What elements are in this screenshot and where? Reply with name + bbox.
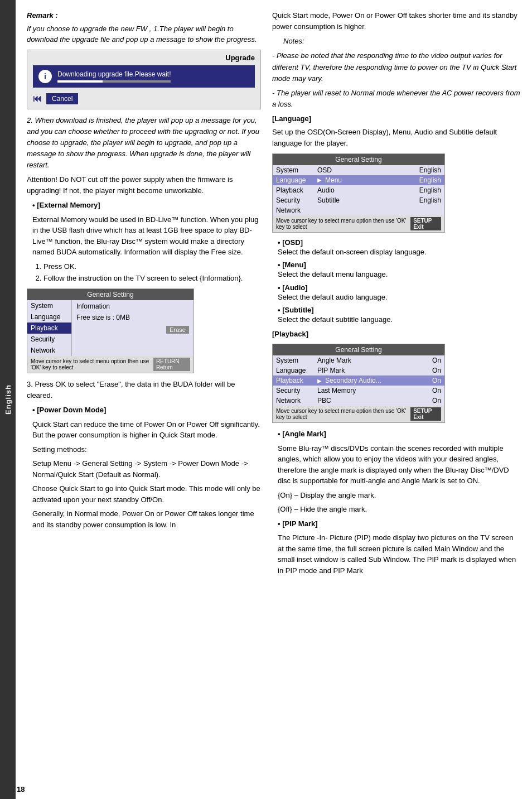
right-column: Quick Start mode, Power On or Power Off … <box>272 10 521 579</box>
info-footer-text: Move cursor key to select menu option th… <box>31 358 153 370</box>
lang-footer-text: Move cursor key to select menu option th… <box>276 218 410 230</box>
attention-text: Attention! Do NOT cut off the power supp… <box>27 174 261 196</box>
pb-row-playback: Playback ▶ Secondary Audio... On <box>273 376 444 386</box>
upgrade-header: Upgrade <box>33 54 255 62</box>
pb-val-system: On <box>381 357 441 364</box>
pb-label-playback: Playback <box>276 377 315 384</box>
language-header: [Language] <box>272 113 521 124</box>
upgrade-body-text: Downloading upgrade file.Please wait! <box>57 70 171 83</box>
info-table: General Setting System Language Playback… <box>27 288 194 373</box>
external-memory-section: • [External Memory] External Memory woul… <box>32 200 261 284</box>
power-down-section: • [Power Down Mode] Quick Start can redu… <box>32 405 261 530</box>
playback-table-footer: Move cursor key to select menu option th… <box>273 406 444 422</box>
audio-header: • [Audio] <box>278 283 308 292</box>
lang-label-network: Network <box>276 206 315 214</box>
lang-label-system: System <box>276 166 315 174</box>
pb-label-security: Security <box>276 387 315 394</box>
pb-sub-angle: Angle Mark <box>317 357 379 364</box>
lang-row-playback: Playback Audio English <box>273 185 444 195</box>
lang-label-playback: Playback <box>276 186 315 194</box>
menu-text: Select the default menu language. <box>278 269 521 280</box>
setting-methods-label: Setting methods: <box>32 444 261 455</box>
power-down-header: • [Power Down Mode] <box>32 405 261 416</box>
pb-row-system: System Angle Mark On <box>273 355 444 365</box>
info-menu-network: Network <box>27 345 71 356</box>
lang-val-playback: English <box>381 186 441 194</box>
step-2: Follow the instruction on the TV screen … <box>43 273 261 284</box>
info-footer-btn[interactable]: RETURN Return <box>153 358 190 371</box>
pb-val-language: On <box>381 367 441 374</box>
pb-val-security: On <box>381 387 441 394</box>
pb-val-playback: On <box>389 377 441 384</box>
remark-text: If you choose to upgrade the new FW , 1.… <box>27 23 261 45</box>
pb-label-language: Language <box>276 367 315 374</box>
osd-header: • [OSD] <box>278 238 303 247</box>
steps-list: Press OK. Follow the instruction on the … <box>43 261 261 284</box>
step-1: Press OK. <box>43 261 261 272</box>
lang-row-network: Network <box>273 205 444 215</box>
external-memory-header: • [External Memory] <box>32 200 261 211</box>
left-column: Remark : If you choose to upgrade the ne… <box>27 10 261 579</box>
pb-sub-pip: PIP Mark <box>317 367 379 374</box>
language-table-body: System OSD English Language ▶ Menu Engli… <box>273 165 444 215</box>
upgrade-box: Upgrade i Downloading upgrade file.Pleas… <box>27 50 261 109</box>
setting-methods-text: Setup Menu -> General Setting -> System … <box>32 458 261 480</box>
playback-table-header: General Setting <box>273 344 444 355</box>
osd-section: • [OSD] Select the default on-screen dis… <box>278 238 521 258</box>
info-menu-system: System <box>27 300 71 311</box>
lang-val-system: English <box>381 166 441 174</box>
info-menu-security: Security <box>27 334 71 345</box>
pb-label-network: Network <box>276 397 315 405</box>
lang-row-system: System OSD English <box>273 165 444 175</box>
info-content-label: Information <box>76 302 189 310</box>
language-table-header: General Setting <box>273 154 444 165</box>
lang-row-language: Language ▶ Menu English <box>273 175 444 185</box>
playback-table-body: System Angle Mark On Language PIP Mark O… <box>273 355 444 406</box>
step3-text: 3. Press OK to select "Erase", the data … <box>27 379 261 401</box>
erase-button[interactable]: Erase <box>166 326 189 334</box>
lang-footer-btn[interactable]: SETUP Exit <box>410 217 441 230</box>
page-number: 18 <box>17 785 25 793</box>
subtitle-section: • [Subtitle] Select the default subtitle… <box>278 306 521 325</box>
playback-table: General Setting System Angle Mark On Lan… <box>272 344 445 423</box>
pb-sub-last: Last Memory <box>317 387 379 394</box>
notes-text1: - Please be noted that the responding ti… <box>272 50 521 84</box>
angle-on: {On} – Display the angle mark. <box>278 490 521 501</box>
language-intro: Set up the OSD(On-Screen Display), Menu,… <box>272 127 521 149</box>
info-icon: i <box>38 70 52 83</box>
angle-off: {Off} – Hide the angle mark. <box>278 504 521 515</box>
pb-footer-text: Move cursor key to select menu option th… <box>276 408 410 420</box>
pb-row-language: Language PIP Mark On <box>273 365 444 376</box>
info-table-header: General Setting <box>27 289 194 300</box>
menu-header: • [Menu] <box>278 261 306 269</box>
lang-label-security: Security <box>276 196 315 204</box>
cancel-button[interactable]: Cancel <box>46 93 78 104</box>
side-tab: English <box>0 0 16 799</box>
info-menu-col: System Language Playback Security Networ… <box>27 300 72 356</box>
pb-sub-secondary: Secondary Audio... <box>325 377 386 384</box>
pb-label-system: System <box>276 357 315 364</box>
pip-text: The Picture -In- Picture (PIP) mode disp… <box>278 532 521 576</box>
language-table: General Setting System OSD English Langu… <box>272 153 445 233</box>
remark-label: Remark : <box>27 10 261 21</box>
lang-sub-audio: Audio <box>317 186 379 194</box>
pb-row-security: Security Last Memory On <box>273 386 444 396</box>
external-memory-text: External Memory would be used in BD-Live… <box>32 214 261 258</box>
lang-sub-osd: OSD <box>317 166 379 174</box>
lang-label-language: Language <box>276 176 315 184</box>
notes-text2: - The player will reset to Normal mode w… <box>272 88 521 110</box>
info-content-col: Information Free size is : 0MB Erase <box>72 300 194 356</box>
angle-mark-header: • [Angle Mark] <box>278 429 521 440</box>
info-free-size: Free size is : 0MB <box>76 314 189 321</box>
lang-sub-menu: Menu <box>325 176 386 184</box>
quick-start-text: Quick Start mode, Power On or Power Off … <box>272 10 521 32</box>
cancel-row: ⏮ Cancel <box>33 92 255 105</box>
lang-val-security: English <box>381 196 441 204</box>
audio-text: Select the default audio language. <box>278 292 521 303</box>
osd-text: Select the default on-screen display lan… <box>278 247 521 258</box>
power-down-text: Quick Start can reduce the time of Power… <box>32 419 261 441</box>
subtitle-text: Select the default subtitle language. <box>278 314 521 325</box>
lang-sub-subtitle: Subtitle <box>317 196 379 204</box>
language-table-footer: Move cursor key to select menu option th… <box>273 215 444 232</box>
pb-footer-btn[interactable]: SETUP Exit <box>410 407 441 421</box>
